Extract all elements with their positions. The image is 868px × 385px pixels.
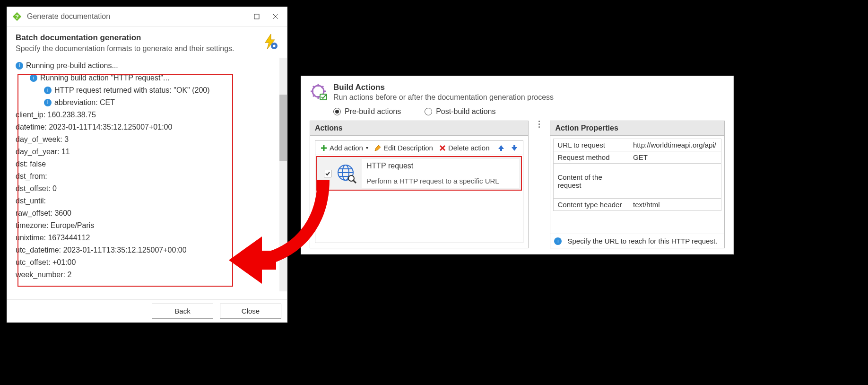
svg-rect-2 bbox=[254, 14, 259, 19]
svg-marker-23 bbox=[498, 145, 504, 151]
log-line: iRunning pre-build actions... bbox=[16, 60, 281, 72]
log-line: client_ip: 160.238.38.75 bbox=[16, 109, 281, 121]
lightning-gear-icon bbox=[261, 33, 278, 52]
prop-value-content-type[interactable]: text/html bbox=[629, 199, 721, 211]
log-output-area: iRunning pre-build actions... iRunning b… bbox=[7, 58, 287, 291]
info-icon: i bbox=[16, 62, 23, 70]
log-line: iRunning build action "HTTP request"... bbox=[16, 72, 281, 84]
prop-value-content[interactable] bbox=[629, 164, 721, 199]
add-action-button[interactable]: Add action ▾ bbox=[318, 143, 370, 153]
dialog-header: Batch documentation generation Specify t… bbox=[7, 26, 287, 58]
log-line: iHTTP request returned with status: "OK"… bbox=[16, 84, 281, 96]
action-description: Perform a HTTP request to a specific URL bbox=[366, 177, 514, 185]
prop-row-content-type: Content type headertext/html bbox=[554, 199, 721, 211]
action-properties-panel: Action Properties URL to requesthttp://w… bbox=[550, 121, 725, 248]
svg-line-31 bbox=[353, 180, 356, 183]
action-item-http-request[interactable]: HTTP request Perform a HTTP request to a… bbox=[316, 156, 522, 191]
log-line: iabbreviation: CET bbox=[16, 96, 281, 109]
arrow-up-icon bbox=[497, 144, 505, 152]
prop-row-url: URL to requesthttp://worldtimeapi.org/ap… bbox=[554, 139, 721, 151]
app-icon: ? bbox=[12, 11, 22, 22]
build-actions-panel: Build Actions Run actions before or afte… bbox=[301, 76, 734, 254]
dialog-title: Generate documentation bbox=[27, 12, 247, 21]
actions-panel: Actions Add action ▾ Edit Description bbox=[310, 121, 529, 248]
back-button[interactable]: Back bbox=[152, 304, 213, 319]
log-line: day_of_year: 11 bbox=[16, 146, 281, 158]
info-icon: i bbox=[44, 99, 52, 106]
pencil-icon bbox=[374, 144, 382, 152]
log-line: datetime: 2023-01-11T14:35:12.125007+01:… bbox=[16, 121, 281, 133]
splitter-handle[interactable] bbox=[537, 121, 542, 128]
gear-check-icon bbox=[310, 83, 329, 102]
generate-documentation-dialog: ? Generate documentation Batch documenta… bbox=[7, 7, 287, 323]
edit-description-button[interactable]: Edit Description bbox=[372, 143, 435, 153]
log-line: day_of_week: 3 bbox=[16, 133, 281, 146]
log-line: unixtime: 1673444112 bbox=[16, 232, 281, 244]
actions-toolbar: Add action ▾ Edit Description Delete act… bbox=[315, 141, 523, 155]
delete-icon bbox=[439, 144, 446, 152]
post-build-radio[interactable]: Post-build actions bbox=[425, 107, 495, 116]
globe-search-icon bbox=[336, 163, 357, 184]
titlebar: ? Generate documentation bbox=[7, 7, 287, 26]
log-line: raw_offset: 3600 bbox=[16, 207, 281, 219]
log-line: utc_offset: +01:00 bbox=[16, 256, 281, 269]
log-line: timezone: Europe/Paris bbox=[16, 219, 281, 232]
actions-list: HTTP request Perform a HTTP request to a… bbox=[315, 155, 523, 243]
move-up-button[interactable] bbox=[495, 143, 507, 153]
log-line: week_number: 2 bbox=[16, 269, 281, 281]
action-properties-title: Action Properties bbox=[550, 121, 724, 136]
header-title: Batch documentation generation bbox=[16, 33, 257, 43]
radio-icon bbox=[333, 108, 341, 115]
log-line: dst_until: bbox=[16, 195, 281, 207]
minimize-button[interactable] bbox=[247, 7, 266, 26]
prop-row-content: Content of the request bbox=[554, 164, 721, 199]
svg-text:?: ? bbox=[15, 13, 19, 20]
prop-value-method[interactable]: GET bbox=[629, 151, 721, 164]
svg-point-7 bbox=[273, 45, 276, 47]
info-icon: i bbox=[44, 87, 52, 94]
action-name: HTTP request bbox=[366, 162, 514, 170]
pre-build-radio[interactable]: Pre-build actions bbox=[333, 107, 401, 116]
build-actions-title: Build Actions bbox=[333, 83, 554, 92]
build-actions-subtitle: Run actions before or after the document… bbox=[333, 93, 554, 102]
arrow-down-icon bbox=[511, 144, 518, 152]
build-actions-header: Build Actions Run actions before or afte… bbox=[310, 83, 725, 102]
svg-marker-24 bbox=[512, 145, 517, 151]
action-enabled-checkbox[interactable] bbox=[324, 170, 331, 177]
scrollbar-track[interactable] bbox=[279, 58, 287, 291]
info-icon: i bbox=[30, 74, 37, 82]
prop-row-method: Request methodGET bbox=[554, 151, 721, 164]
svg-marker-20 bbox=[375, 145, 381, 151]
log-line: utc_datetime: 2023-01-11T13:35:12.125007… bbox=[16, 244, 281, 256]
log-line: dst: false bbox=[16, 158, 281, 170]
info-icon: i bbox=[554, 237, 562, 245]
log-line: dst_offset: 0 bbox=[16, 183, 281, 195]
scrollbar-thumb[interactable] bbox=[279, 95, 287, 161]
build-actions-radios: Pre-build actions Post-build actions bbox=[333, 107, 725, 116]
properties-hint: i Specify the URL to reach for this HTTP… bbox=[550, 234, 724, 248]
close-button[interactable]: Close bbox=[220, 304, 281, 319]
move-down-button[interactable] bbox=[509, 143, 520, 153]
svg-rect-17 bbox=[320, 94, 327, 100]
dialog-footer: Back Close bbox=[7, 299, 287, 322]
properties-table: URL to requesthttp://worldtimeapi.org/ap… bbox=[553, 139, 721, 211]
log-line: dst_from: bbox=[16, 170, 281, 183]
chevron-down-icon: ▾ bbox=[366, 145, 368, 150]
close-button[interactable] bbox=[266, 7, 285, 26]
actions-panel-title: Actions bbox=[310, 121, 528, 136]
delete-action-button[interactable]: Delete action bbox=[437, 143, 492, 153]
plus-icon bbox=[320, 144, 328, 152]
radio-icon bbox=[425, 108, 432, 115]
prop-value-url[interactable]: http://worldtimeapi.org/api/ bbox=[629, 139, 721, 151]
header-subtitle: Specify the documentation formats to gen… bbox=[16, 44, 257, 53]
